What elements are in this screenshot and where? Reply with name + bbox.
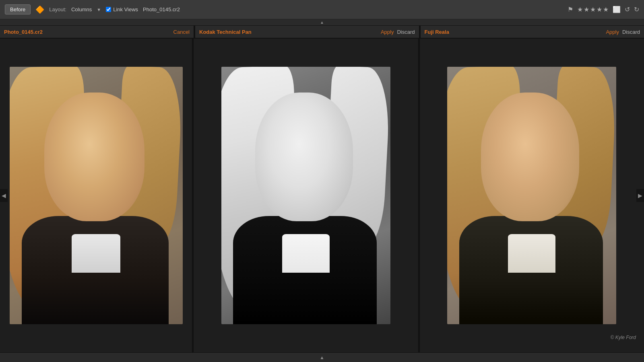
crop-icon[interactable]: ⬜ [613, 6, 621, 13]
star-3[interactable]: ★ [590, 6, 596, 13]
panel3-discard-button[interactable]: Discard [622, 29, 640, 35]
panel1-title: Photo_0145.cr2 [4, 29, 173, 35]
panel2-discard-button[interactable]: Discard [397, 29, 415, 35]
panel2-portrait [221, 67, 390, 324]
shirt-fuji [508, 234, 555, 273]
headers-row: Photo_0145.cr2 Cancel Kodak Technical Pa… [0, 26, 644, 39]
filename-label: Photo_0145.cr2 [143, 6, 180, 12]
panel1-photo [0, 39, 194, 352]
panel3-header: Fuji Reala Apply Discard [419, 26, 644, 38]
face-color [44, 93, 144, 221]
top-arrow-strip: ▲ [0, 19, 644, 26]
panel1-header: Photo_0145.cr2 Cancel [0, 26, 194, 38]
copyright-label: © Kyle Ford [610, 335, 636, 340]
panel1-cancel-button[interactable]: Cancel [173, 29, 190, 35]
panel3-apply-button[interactable]: Apply [606, 29, 619, 35]
face-fuji [481, 93, 579, 221]
link-views-checkbox-container: Link Views [106, 6, 138, 12]
right-nav-arrow[interactable]: ▶ [636, 189, 644, 202]
panel2-photo [194, 39, 420, 352]
panel2-title: Kodak Technical Pan [199, 29, 381, 35]
shirt-color [72, 234, 120, 273]
star-1[interactable]: ★ [577, 6, 583, 13]
toolbar: Before 🔶 Layout: Columns ▼ Link Views Ph… [0, 0, 644, 19]
panel2-header: Kodak Technical Pan Apply Discard [194, 26, 419, 38]
layout-dropdown[interactable]: Columns [71, 6, 92, 12]
star-4[interactable]: ★ [597, 6, 602, 13]
rotate-right-icon[interactable]: ↻ [634, 6, 639, 13]
panel2-apply-button[interactable]: Apply [381, 29, 394, 35]
left-nav-arrow[interactable]: ◀ [0, 189, 8, 202]
photos-row: ◀ [0, 39, 644, 352]
link-views-label: Link Views [113, 6, 138, 12]
bottom-strip: ▲ [0, 352, 644, 362]
toolbar-right: ⚑ ★ ★ ★ ★ ★ ⬜ ↺ ↻ [568, 6, 639, 13]
shirt-bw [282, 234, 330, 273]
panel1-portrait [10, 67, 183, 324]
layout-dropdown-arrow[interactable]: ▼ [97, 7, 101, 12]
bottom-expand-arrow[interactable]: ▲ [320, 355, 324, 360]
star-rating: ★ ★ ★ ★ ★ [577, 6, 609, 13]
star-2[interactable]: ★ [584, 6, 589, 13]
top-expand-arrow[interactable]: ▲ [320, 20, 324, 25]
app-layout: Before 🔶 Layout: Columns ▼ Link Views Ph… [0, 0, 644, 362]
main-content: Photo_0145.cr2 Cancel Kodak Technical Pa… [0, 26, 644, 352]
before-button[interactable]: Before [5, 4, 31, 14]
panel3-photo [420, 39, 644, 352]
link-views-checkbox[interactable] [106, 7, 111, 12]
panel3-title: Fuji Reala [425, 29, 606, 35]
face-bw [255, 93, 353, 221]
flag-icon[interactable]: ⚑ [568, 6, 573, 13]
rotate-left-icon[interactable]: ↺ [625, 6, 630, 13]
star-5[interactable]: ★ [603, 6, 609, 13]
panel3-portrait [447, 67, 616, 324]
flame-icon: 🔶 [35, 5, 44, 14]
layout-label: Layout: [49, 6, 66, 12]
